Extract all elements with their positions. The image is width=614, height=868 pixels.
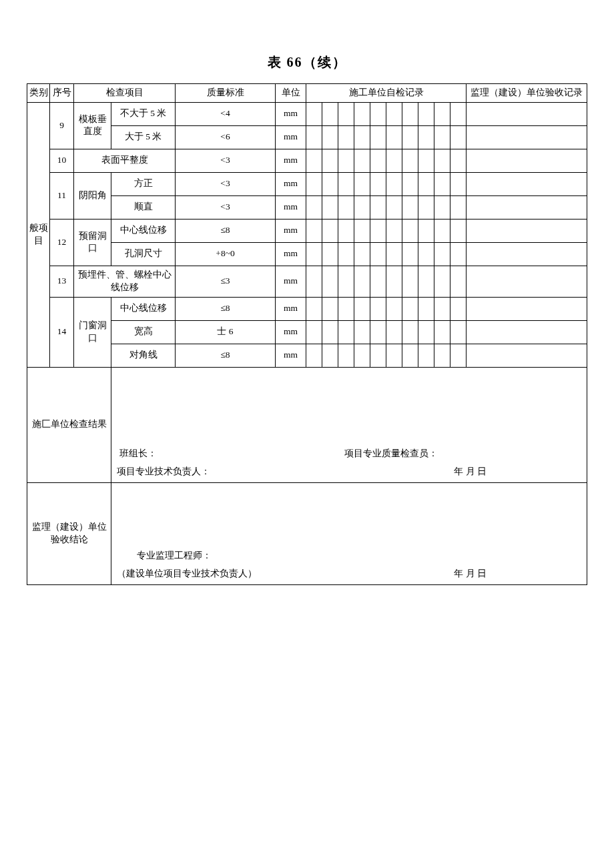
sub-cell: 大于 5 米 [111,125,176,149]
unit-cell: mm [276,242,306,266]
page-title: 表 66（续） [27,53,587,71]
col-category: 类别 [27,84,50,103]
tech-leader-label: 项目专业技术负责人： [117,466,210,476]
sub-cell: 对角线 [111,344,176,367]
std-cell: +8~0 [176,242,276,266]
group-cell: 表面平整度 [74,149,176,172]
table-row: 10 表面平整度 <3 mm [27,149,587,172]
seq-cell: 14 [50,297,74,367]
std-cell: ≤8 [176,344,276,367]
construct-result-block: 班组长： 项目专业质量检查员： 项目专业技术负责人： 年 月 日 [111,367,587,482]
unit-cell: mm [276,172,306,195]
quality-inspector-label: 项目专业质量检查员： [344,448,567,460]
group-cell: 模板垂直度 [74,102,111,149]
group-cell: 门窗洞口 [74,297,111,367]
col-check-item: 检查项目 [74,84,176,103]
table-row: 般项目 9 模板垂直度 不大于 5 米 <4 mm [27,102,587,125]
std-cell: <6 [176,125,276,149]
col-unit: 单位 [276,84,306,103]
table-row: 14 门窗洞口 中心线位移 ≤8 mm [27,297,587,320]
unit-cell: mm [276,344,306,367]
group-cell: 预留洞口 [74,219,111,266]
signature-row-supervise: 监理（建设）单位验收结论 专业监理工程师： （建设单位项目专业技术负责人） 年 … [27,482,587,584]
seq-cell: 11 [50,172,74,219]
table-row: 13 预埋件、管、螺栓中心线位移 ≤3 mm [27,266,587,297]
table-row: 顺直 <3 mm [27,195,587,219]
sub-cell: 顺直 [111,195,176,219]
std-cell: ≤8 [176,219,276,242]
unit-cell: mm [276,219,306,242]
signature-row-construct: 施匚单位检查结果 班组长： 项目专业质量检查员： 项目专业技术负责人： 年 月 … [27,367,587,482]
table-row: 对角线 ≤8 mm [27,344,587,367]
col-seq: 序号 [50,84,74,103]
unit-cell: mm [276,266,306,297]
supervise-conclusion-label: 监理（建设）单位验收结论 [27,482,111,584]
table-header-row: 类别 序号 检查项目 质量标准 单位 施工单位自检记录 监理（建设）单位验收记录 [27,84,587,103]
date-label: 年 月 日 [454,568,487,580]
table-row: 12 预留洞口 中心线位移 ≤8 mm [27,219,587,242]
category-cell: 般项目 [27,102,50,367]
group-cell: 预埋件、管、螺栓中心线位移 [74,266,176,297]
std-cell: <3 [176,149,276,172]
seq-cell: 13 [50,266,74,297]
unit-cell: mm [276,297,306,320]
supervise-engineer-label: 专业监理工程师： [137,550,212,560]
inspection-table: 类别 序号 检查项目 质量标准 单位 施工单位自检记录 监理（建设）单位验收记录… [27,83,587,585]
group-cell: 阴阳角 [74,172,111,219]
std-cell: 士 6 [176,320,276,344]
sub-cell: 宽高 [111,320,176,344]
unit-cell: mm [276,125,306,149]
std-cell: <3 [176,172,276,195]
seq-cell: 9 [50,102,74,149]
seq-cell: 12 [50,219,74,266]
sub-cell: 中心线位移 [111,297,176,320]
sub-cell: 中心线位移 [111,219,176,242]
table-row: 大于 5 米 <6 mm [27,125,587,149]
sub-cell: 不大于 5 米 [111,102,176,125]
table-row: 宽高 士 6 mm [27,320,587,344]
sub-cell: 孔洞尺寸 [111,242,176,266]
unit-cell: mm [276,320,306,344]
unit-cell: mm [276,149,306,172]
table-row: 孔洞尺寸 +8~0 mm [27,242,587,266]
std-cell: ≤8 [176,297,276,320]
col-self-check: 施工单位自检记录 [306,84,467,103]
supervise-conclusion-block: 专业监理工程师： （建设单位项目专业技术负责人） 年 月 日 [111,482,587,584]
unit-cell: mm [276,195,306,219]
col-quality-std: 质量标准 [176,84,276,103]
construct-result-label: 施匚单位检查结果 [27,367,111,482]
team-leader-label: 班组长： [117,448,342,460]
table-row: 11 阴阳角 方正 <3 mm [27,172,587,195]
unit-cell: mm [276,102,306,125]
date-label: 年 月 日 [454,466,487,478]
sub-cell: 方正 [111,172,176,195]
seq-cell: 10 [50,149,74,172]
col-supervise: 监理（建设）单位验收记录 [467,84,587,103]
std-cell: <4 [176,102,276,125]
std-cell: ≤3 [176,266,276,297]
std-cell: <3 [176,195,276,219]
construct-tech-leader-label: （建设单位项目专业技术负责人） [117,568,257,578]
